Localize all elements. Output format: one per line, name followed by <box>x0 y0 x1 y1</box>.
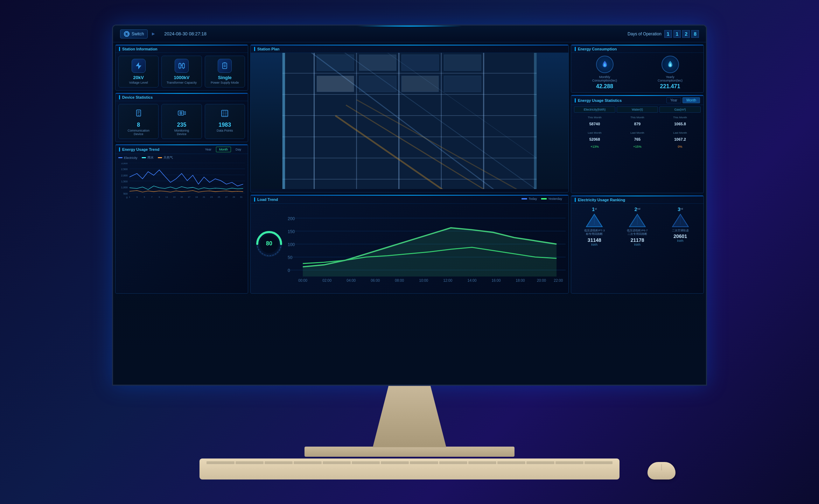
svg-rect-3 <box>179 64 181 68</box>
stats-inner: Electricity(kWh) Water(t) Gas(m³) This M… <box>571 105 704 150</box>
energy-icon-yearly <box>662 56 679 73</box>
stats-change-gas: 0% <box>659 145 701 148</box>
power-supply-value: Single <box>207 75 243 80</box>
svg-text:18:00: 18:00 <box>516 278 525 282</box>
energy-usage-stats-title: Energy Usage Statistics <box>575 98 622 103</box>
energy-icon-monthly <box>596 56 614 73</box>
ranking-cards: 1st 低压进线柜/P7-3标专用回路断 <box>571 204 704 249</box>
yearly-label: YearlyConsumption(tec) <box>639 75 701 82</box>
svg-marker-1 <box>128 33 129 35</box>
svg-text:31: 31 <box>240 196 243 198</box>
stat-card-power-supply: Single Power Supply Mode <box>205 56 245 88</box>
energy-consumption-title: Energy Consumption <box>571 45 704 53</box>
monitoring-label: MonitoringDevice <box>164 129 199 136</box>
power-supply-label: Power Supply Mode <box>207 81 243 84</box>
datapoints-count: 1983 <box>207 122 243 128</box>
rank-icon-2 <box>629 214 646 227</box>
keyboard-row-1 <box>206 461 612 464</box>
stats-val-gas-this: 1065.8 <box>659 121 701 127</box>
rank-unit-2: kWh <box>617 243 658 246</box>
device-stats-title: Device Statistics <box>115 93 248 101</box>
stats-tab-year[interactable]: Year <box>666 97 681 103</box>
stats-label-gas-last: Last Month <box>659 130 701 135</box>
svg-rect-10 <box>224 62 226 63</box>
station-plan-panel: Station Plan <box>250 44 569 192</box>
building-svg <box>251 53 568 189</box>
stats-last-month-labels: Last Month Last Month Last Month <box>574 130 701 135</box>
stats-label-gas-this: This Month <box>659 114 701 120</box>
station-info-panel: Station Information 20kV Voltage L <box>115 44 248 91</box>
energy-trend-title: Energy Usage Trend <box>119 147 159 152</box>
rank-unit-3: kWh <box>660 239 701 243</box>
monitoring-count: 235 <box>164 122 199 128</box>
legend-water: 用水 <box>142 155 154 160</box>
transformer-value: 1000kV <box>164 75 199 80</box>
stats-header-gas: Gas(m³) <box>659 106 701 113</box>
svg-text:1,500: 1,500 <box>121 180 128 183</box>
stats-header-electricity: Electricity(kWh) <box>574 106 615 113</box>
rank-value-1: 31148 <box>574 237 615 243</box>
svg-text:27: 27 <box>225 196 228 198</box>
svg-rect-86 <box>282 53 285 189</box>
svg-rect-77 <box>401 55 439 70</box>
station-info-cards: 20kV Voltage Level <box>115 53 248 90</box>
energy-trend-header: Energy Usage Trend Year Month Day <box>115 145 248 154</box>
svg-text:16:00: 16:00 <box>492 278 501 282</box>
svg-text:0: 0 <box>126 196 127 198</box>
stats-change-electricity: +13% <box>574 145 615 148</box>
svg-text:50: 50 <box>288 255 292 260</box>
rank-badge-3: 3rd <box>660 206 701 212</box>
svg-text:3: 3 <box>136 196 138 198</box>
voltage-value: 20kV <box>121 75 156 80</box>
voltage-label: Voltage Level <box>121 81 156 84</box>
trend-tab-year[interactable]: Year <box>202 147 215 152</box>
legend-electricity: Electricity <box>118 155 138 160</box>
svg-rect-78 <box>444 55 481 70</box>
stats-tabs: Year Month <box>666 97 700 103</box>
svg-text:7: 7 <box>151 196 153 198</box>
energy-usage-stats-header: Energy Usage Statistics Year Month <box>571 95 704 105</box>
electricity-ranking-title: Electricity Usage Ranking <box>571 196 704 204</box>
device-card-datapoints: 1983 Data Points <box>205 104 245 139</box>
svg-text:1: 1 <box>129 196 130 198</box>
monthly-value: 42.288 <box>574 83 635 90</box>
desk-area <box>200 460 620 479</box>
stats-val-gas-last: 1067.2 <box>659 136 701 142</box>
rank-icon-1 <box>586 214 603 227</box>
digit-4: 8 <box>691 30 699 38</box>
mouse <box>648 462 676 479</box>
legend-water-dot <box>142 157 146 158</box>
svg-text:2,500: 2,500 <box>121 168 128 171</box>
rank-card-3: 3rd 二次空调轨迹 20601 <box>660 206 701 246</box>
svg-text:14:00: 14:00 <box>467 278 476 282</box>
svg-text:19: 19 <box>195 196 198 198</box>
svg-rect-75 <box>317 55 354 70</box>
power-supply-icon <box>218 59 232 73</box>
stats-this-month-labels: This Month This Month This Month <box>574 114 701 120</box>
stats-change-water: +15% <box>617 145 658 148</box>
svg-text:5: 5 <box>144 196 145 198</box>
rank-card-2: 2nd 低压进线柜/P6-7二次专用回路断 <box>617 206 658 246</box>
electricity-ranking-panel: Electricity Usage Ranking 1st <box>571 195 704 294</box>
svg-text:1,000: 1,000 <box>121 186 128 189</box>
load-chart: 200 150 100 50 0 <box>288 205 566 283</box>
gauge-svg: 80 <box>255 230 283 258</box>
rank-value-3: 20601 <box>660 233 701 239</box>
mouse-divider <box>662 464 662 470</box>
trend-tab-day[interactable]: Day <box>232 147 244 152</box>
rank-card-1: 1st 低压进线柜/P7-3标专用回路断 <box>574 206 615 246</box>
rank-badge-1: 1st <box>574 206 615 212</box>
datapoints-label: Data Points <box>207 129 243 132</box>
left-column: Station Information 20kV Voltage L <box>115 44 248 294</box>
monitoring-icon <box>175 107 188 120</box>
load-trend-header: Load Trend Today Yesterday <box>251 195 568 204</box>
load-trend-title: Load Trend <box>254 197 278 202</box>
switch-button[interactable]: Switch <box>120 29 148 38</box>
stat-card-voltage: 20kV Voltage Level <box>118 56 159 88</box>
day-digits: 1 1 2 8 <box>664 30 699 38</box>
stats-tab-month[interactable]: Month <box>682 97 700 103</box>
trend-tab-month[interactable]: Month <box>216 147 231 152</box>
trend-tabs: Year Month Day <box>202 147 244 152</box>
device-stats-panel: Device Statistics <box>115 93 248 142</box>
legend-yesterday-dot <box>541 198 547 200</box>
